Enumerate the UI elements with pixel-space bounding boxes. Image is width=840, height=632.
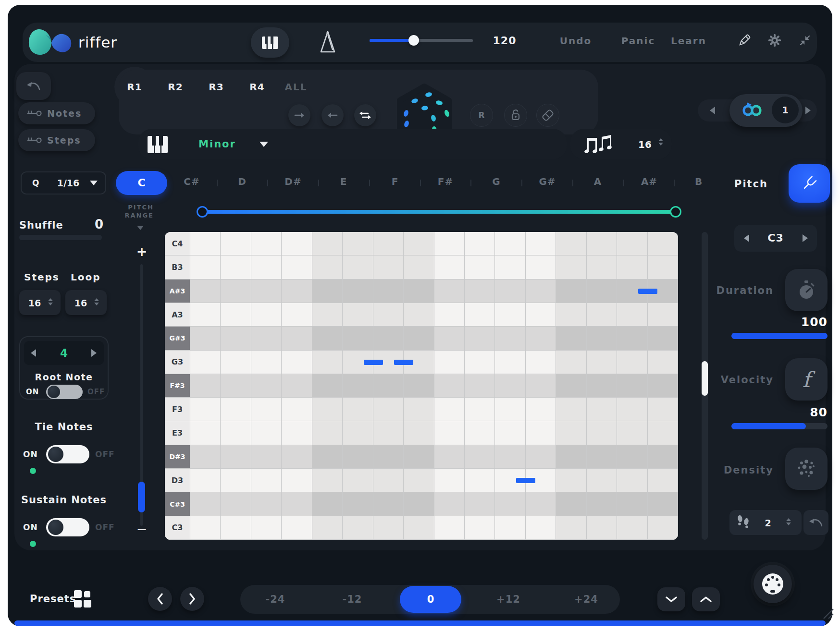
cell-E3-13[interactable] <box>556 421 586 445</box>
cell-C#3-15[interactable] <box>617 492 647 516</box>
root-note-selector[interactable]: 4 <box>24 341 104 365</box>
cell-D3-8[interactable] <box>404 469 434 492</box>
cell-F#3-6[interactable] <box>343 374 373 398</box>
cell-B3-2[interactable] <box>221 255 251 279</box>
cell-F#3-7[interactable] <box>373 374 404 398</box>
cell-C#3-2[interactable] <box>221 492 251 516</box>
cell-F3-12[interactable] <box>526 398 556 421</box>
grid-zoom-out-button[interactable]: − <box>136 522 148 536</box>
cell-A3-15[interactable] <box>617 303 647 327</box>
note-key-C#[interactable]: C# <box>173 176 211 187</box>
cell-D#3-8[interactable] <box>404 445 434 469</box>
tab-r3[interactable]: R3 <box>197 81 235 93</box>
walk-undo-button[interactable] <box>803 510 828 535</box>
cell-B3-1[interactable] <box>190 255 221 279</box>
shift-right-button[interactable] <box>288 104 310 126</box>
panic-button[interactable]: Panic <box>617 35 660 47</box>
cell-A3-4[interactable] <box>282 303 312 327</box>
cell-G3-12[interactable] <box>526 351 556 374</box>
cell-F#3-9[interactable] <box>434 374 465 398</box>
root-note-next-button[interactable] <box>91 349 97 357</box>
cell-C#3-5[interactable] <box>312 492 343 516</box>
cell-G#3-9[interactable] <box>434 327 465 350</box>
cell-D3-2[interactable] <box>221 469 251 492</box>
cell-C4-10[interactable] <box>465 232 495 255</box>
cell-F3-3[interactable] <box>251 398 282 421</box>
cell-C#3-13[interactable] <box>556 492 586 516</box>
retrigger-button[interactable]: R <box>470 104 493 127</box>
cell-F#3-2[interactable] <box>221 374 251 398</box>
cell-D3-9[interactable] <box>434 469 465 492</box>
cell-D#3-3[interactable] <box>251 445 282 469</box>
pitch-range-track[interactable] <box>202 210 676 214</box>
cell-B3-10[interactable] <box>465 255 495 279</box>
cell-F#3-11[interactable] <box>495 374 525 398</box>
cell-A#3-11[interactable] <box>495 280 525 303</box>
cell-E3-11[interactable] <box>495 421 525 445</box>
cell-C3-1[interactable] <box>190 516 221 540</box>
note-key-D[interactable]: D <box>223 176 261 187</box>
cell-D3-5[interactable] <box>312 469 343 492</box>
cell-C3-12[interactable] <box>526 516 556 540</box>
cell-C4-9[interactable] <box>434 232 465 255</box>
transpose-option-+24[interactable]: +24 <box>556 585 617 614</box>
cell-F#3-10[interactable] <box>465 374 495 398</box>
loop-increment-button[interactable] <box>805 107 811 114</box>
cell-F#3-3[interactable] <box>251 374 282 398</box>
cell-A3-9[interactable] <box>434 303 465 327</box>
cell-D#3-1[interactable] <box>190 445 221 469</box>
cell-B3-8[interactable] <box>404 255 434 279</box>
cell-C3-11[interactable] <box>495 516 525 540</box>
cell-G3-13[interactable] <box>556 351 586 374</box>
cell-D3-13[interactable] <box>556 469 586 492</box>
undo-button[interactable]: Undo <box>556 35 595 47</box>
cell-E3-4[interactable] <box>282 421 312 445</box>
cell-G3-1[interactable] <box>190 351 221 374</box>
cell-B3-12[interactable] <box>526 255 556 279</box>
cell-G#3-8[interactable] <box>404 327 434 350</box>
presets-label[interactable]: Presets <box>30 593 76 605</box>
cell-D3-4[interactable] <box>282 469 312 492</box>
note-key-C[interactable]: C <box>116 171 167 195</box>
cell-F#3-15[interactable] <box>617 374 647 398</box>
cell-C3-8[interactable] <box>404 516 434 540</box>
cell-D#3-10[interactable] <box>465 445 495 469</box>
cell-C3-5[interactable] <box>312 516 343 540</box>
pitch-range-low-handle[interactable] <box>197 206 208 218</box>
note-key-A#[interactable]: A# <box>630 176 668 187</box>
cell-C#3-1[interactable] <box>190 492 221 516</box>
cell-A#3-10[interactable] <box>465 280 495 303</box>
cell-A#3-13[interactable] <box>556 280 586 303</box>
cell-C4-15[interactable] <box>617 232 647 255</box>
tab-r4[interactable]: R4 <box>238 81 276 93</box>
cell-D#3-2[interactable] <box>221 445 251 469</box>
cell-D3-3[interactable] <box>251 469 282 492</box>
transpose-option-+12[interactable]: +12 <box>478 585 539 614</box>
cell-F#3-1[interactable] <box>190 374 221 398</box>
cell-F3-6[interactable] <box>343 398 373 421</box>
root-note-prev-button[interactable] <box>31 349 36 357</box>
cell-G3-14[interactable] <box>587 351 617 374</box>
cell-G3-5[interactable] <box>312 351 343 374</box>
cell-A#3-3[interactable] <box>251 280 282 303</box>
cell-G#3-7[interactable] <box>373 327 404 350</box>
cell-D#3-11[interactable] <box>495 445 525 469</box>
cell-C4-12[interactable] <box>526 232 556 255</box>
cell-D3-14[interactable] <box>587 469 617 492</box>
cell-F#3-12[interactable] <box>526 374 556 398</box>
cell-C3-2[interactable] <box>221 516 251 540</box>
cell-G#3-16[interactable] <box>648 327 678 350</box>
cell-F3-11[interactable] <box>495 398 525 421</box>
cell-G#3-2[interactable] <box>221 327 251 350</box>
cell-D3-16[interactable] <box>648 469 678 492</box>
cell-G#3-4[interactable] <box>282 327 312 350</box>
grid-zoom-thumb[interactable] <box>138 482 145 512</box>
loop-decrement-button[interactable] <box>710 107 715 114</box>
grid-zoom-in-button[interactable]: + <box>136 244 148 259</box>
cell-A3-3[interactable] <box>251 303 282 327</box>
note-key-G[interactable]: G <box>477 176 516 187</box>
cell-C#3-10[interactable] <box>465 492 495 516</box>
cell-E3-5[interactable] <box>312 421 343 445</box>
back-button[interactable] <box>16 72 51 100</box>
cell-D3-10[interactable] <box>465 469 495 492</box>
